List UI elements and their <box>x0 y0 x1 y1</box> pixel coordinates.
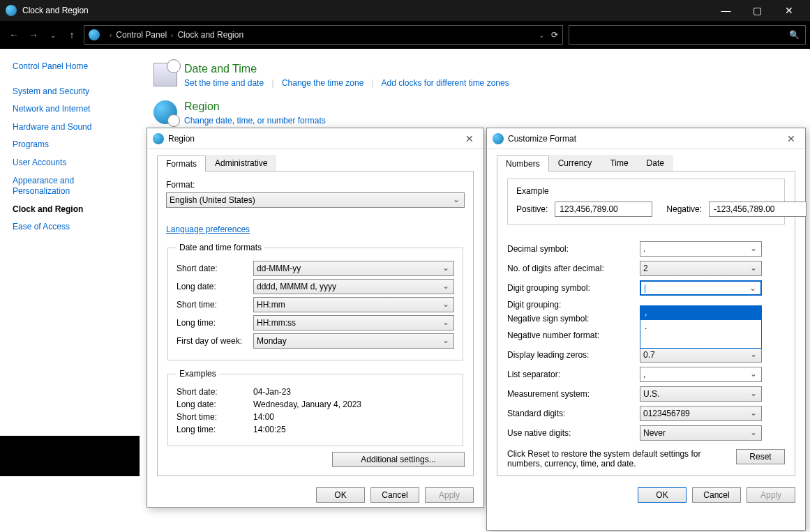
positive-example <box>555 202 652 217</box>
digits-after-decimal-select[interactable]: 2 <box>640 261 762 276</box>
language-preferences-link[interactable]: Language preferences <box>166 225 250 234</box>
measurement-system-select[interactable]: U.S. <box>640 386 762 402</box>
link-change-formats[interactable]: Change date, time, or number formats <box>184 116 326 126</box>
first-day-select[interactable]: Monday <box>253 333 454 349</box>
customize-format-dialog: Customize Format ✕ Numbers Currency Time… <box>486 128 806 531</box>
decimal-symbol-select[interactable]: . <box>640 241 762 257</box>
sidebar-item[interactable]: Network and Internet <box>13 104 127 115</box>
dropdown-option[interactable] <box>640 334 761 348</box>
sidebar-item[interactable]: Ease of Access <box>13 222 127 233</box>
app-icon <box>6 5 17 16</box>
back-button[interactable]: ← <box>4 29 24 40</box>
link-change-tz[interactable]: Change the time zone <box>282 78 363 88</box>
apply-button[interactable]: Apply <box>747 487 795 503</box>
digit-grouping-symbol-dropdown[interactable]: , . <box>640 305 762 349</box>
list-separator-select[interactable]: , <box>640 367 762 382</box>
chevron-right-icon: › <box>171 31 173 39</box>
dialog-close-button[interactable]: ✕ <box>461 132 478 146</box>
search-icon: 🔍 <box>789 30 800 40</box>
sidebar-item[interactable]: User Accounts <box>13 158 127 169</box>
negative-example <box>709 202 807 217</box>
maximize-button[interactable]: ▢ <box>742 0 773 21</box>
digit-grouping-symbol-select[interactable]: | <box>640 280 762 296</box>
example-group: Example Positive: Negative: <box>507 178 785 225</box>
chevron-right-icon: › <box>110 31 112 39</box>
ok-button[interactable]: OK <box>316 487 365 503</box>
tab-currency[interactable]: Currency <box>549 155 601 171</box>
section-title[interactable]: Region <box>184 100 326 113</box>
additional-settings-button[interactable]: Additional settings... <box>332 452 465 467</box>
address-icon <box>89 29 100 40</box>
dropdown-option[interactable]: . <box>640 320 761 334</box>
examples-group: Examples Short date:04-Jan-23 Long date:… <box>167 369 463 446</box>
sidebar-home[interactable]: Control Panel Home <box>13 61 127 73</box>
format-select[interactable]: English (United States) <box>166 192 465 208</box>
breadcrumb-part[interactable]: Control Panel <box>116 30 167 40</box>
section-title[interactable]: Date and Time <box>184 63 509 75</box>
dialog-close-button[interactable]: ✕ <box>783 132 800 146</box>
date-time-formats-group: Date and time formats Short date:dd-MMM-… <box>167 243 463 360</box>
long-date-select[interactable]: dddd, MMMM d, yyyy <box>253 279 454 294</box>
breadcrumb-part[interactable]: Clock and Region <box>177 30 243 40</box>
reset-note: Click Reset to restore the system defaul… <box>507 449 726 469</box>
sidebar-item-current[interactable]: Clock and Region <box>13 204 127 215</box>
dialog-title: Region <box>168 134 195 144</box>
sidebar-item[interactable]: Appearance and Personalization <box>13 176 127 197</box>
cancel-button[interactable]: Cancel <box>370 487 419 503</box>
forward-button[interactable]: → <box>24 29 43 40</box>
cancel-button[interactable]: Cancel <box>692 487 741 503</box>
dark-strip <box>0 436 140 476</box>
minimize-button[interactable]: — <box>710 0 742 21</box>
refresh-icon[interactable]: ⟳ <box>551 30 558 40</box>
apply-button[interactable]: Apply <box>425 487 474 503</box>
short-date-select[interactable]: dd-MMM-yy <box>253 261 454 276</box>
native-digits-select[interactable]: Never <box>640 425 762 441</box>
tab-time[interactable]: Time <box>601 155 637 171</box>
short-time-select[interactable]: HH:mm <box>253 297 454 312</box>
region-dialog: Region ✕ Formats Administrative Format: … <box>147 128 484 508</box>
region-icon <box>153 100 177 124</box>
window-title: Clock and Region <box>22 6 89 15</box>
address-dropdown-icon[interactable]: ⌄ <box>539 31 544 39</box>
dialog-icon <box>493 133 504 144</box>
sidebar-item[interactable]: Programs <box>13 139 127 151</box>
up-button[interactable]: ↑ <box>63 29 81 40</box>
tab-date[interactable]: Date <box>638 155 673 171</box>
search-box[interactable]: 🔍 <box>569 25 806 45</box>
history-dropdown[interactable]: ⌄ <box>43 31 63 39</box>
navbar: ← → ⌄ ↑ › Control Panel › Clock and Regi… <box>0 21 810 49</box>
link-add-clocks[interactable]: Add clocks for different time zones <box>381 78 509 88</box>
tab-numbers[interactable]: Numbers <box>497 155 549 172</box>
long-time-select[interactable]: HH:mm:ss <box>253 315 454 330</box>
link-set-time[interactable]: Set the time and date <box>184 78 264 88</box>
datetime-icon <box>153 63 177 86</box>
tab-formats[interactable]: Formats <box>157 155 206 172</box>
ok-button[interactable]: OK <box>638 487 687 503</box>
address-bar[interactable]: › Control Panel › Clock and Region ⌄ ⟳ <box>84 25 563 45</box>
leading-zeros-select[interactable]: 0.7 <box>640 347 762 363</box>
sidebar-item[interactable]: Hardware and Sound <box>13 122 127 133</box>
format-label: Format: <box>166 180 465 190</box>
dropdown-option[interactable]: , <box>640 306 761 320</box>
sidebar-item[interactable]: System and Security <box>13 86 127 98</box>
tab-administrative[interactable]: Administrative <box>206 155 276 171</box>
standard-digits-select[interactable]: 0123456789 <box>640 406 762 421</box>
close-button[interactable]: ✕ <box>773 0 804 21</box>
titlebar: Clock and Region — ▢ ✕ <box>0 0 810 21</box>
dialog-icon <box>153 133 164 144</box>
reset-button[interactable]: Reset <box>736 449 785 464</box>
dialog-title: Customize Format <box>508 134 576 144</box>
